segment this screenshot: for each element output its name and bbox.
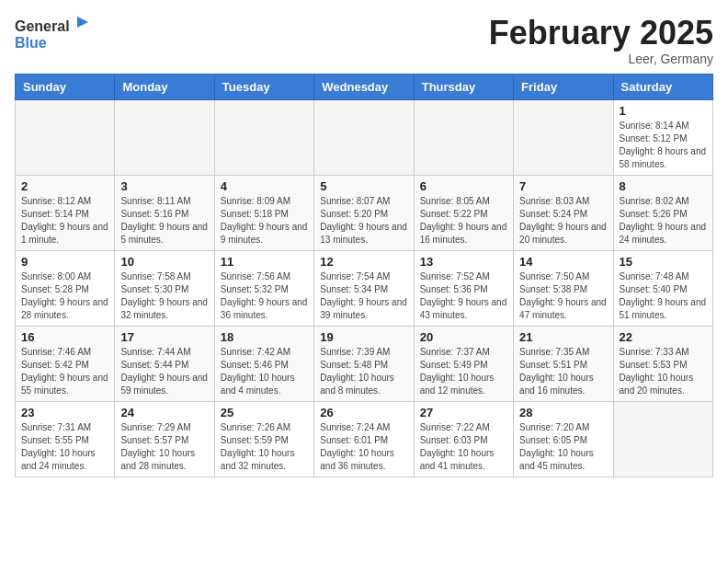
day-info: Sunrise: 7:44 AM Sunset: 5:44 PM Dayligh…: [120, 346, 208, 397]
day-number: 14: [519, 255, 607, 269]
day-info: Sunrise: 7:35 AM Sunset: 5:51 PM Dayligh…: [519, 346, 607, 397]
day-number: 17: [120, 330, 208, 344]
calendar-cell: 24Sunrise: 7:29 AM Sunset: 5:57 PM Dayli…: [115, 401, 214, 477]
calendar-table: SundayMondayTuesdayWednesdayThursdayFrid…: [15, 74, 713, 477]
calendar-cell: 9Sunrise: 8:00 AM Sunset: 5:28 PM Daylig…: [16, 250, 115, 326]
svg-text:General: General: [15, 18, 70, 34]
day-info: Sunrise: 8:07 AM Sunset: 5:20 PM Dayligh…: [320, 195, 407, 247]
day-number: 25: [221, 406, 308, 419]
day-number: 6: [420, 179, 507, 193]
calendar-cell: 25Sunrise: 7:26 AM Sunset: 5:59 PM Dayli…: [214, 401, 313, 477]
calendar-week-4: 16Sunrise: 7:46 AM Sunset: 5:42 PM Dayli…: [16, 326, 713, 401]
day-info: Sunrise: 7:33 AM Sunset: 5:53 PM Dayligh…: [620, 346, 707, 397]
calendar-cell: 17Sunrise: 7:44 AM Sunset: 5:44 PM Dayli…: [115, 326, 214, 401]
day-number: 12: [320, 255, 407, 269]
day-number: 15: [620, 255, 707, 269]
calendar-cell: 12Sunrise: 7:54 AM Sunset: 5:34 PM Dayli…: [314, 250, 414, 326]
day-number: 20: [420, 330, 507, 344]
calendar-cell: [115, 99, 214, 175]
month-title: February 2025: [489, 15, 713, 52]
calendar-cell: 18Sunrise: 7:42 AM Sunset: 5:46 PM Dayli…: [214, 326, 313, 401]
calendar-cell: 15Sunrise: 7:48 AM Sunset: 5:40 PM Dayli…: [613, 250, 712, 326]
day-number: 3: [120, 179, 208, 193]
calendar-cell: 28Sunrise: 7:20 AM Sunset: 6:05 PM Dayli…: [514, 401, 613, 477]
day-number: 23: [21, 406, 108, 419]
calendar-week-2: 2Sunrise: 8:12 AM Sunset: 5:14 PM Daylig…: [16, 175, 713, 250]
day-info: Sunrise: 7:24 AM Sunset: 6:01 PM Dayligh…: [320, 421, 407, 473]
logo: GeneralBlue: [15, 15, 88, 53]
day-info: Sunrise: 7:31 AM Sunset: 5:55 PM Dayligh…: [21, 421, 108, 473]
day-info: Sunrise: 7:29 AM Sunset: 5:57 PM Dayligh…: [120, 421, 208, 473]
day-number: 22: [620, 330, 707, 344]
day-number: 18: [221, 330, 308, 344]
day-number: 13: [420, 255, 507, 269]
day-info: Sunrise: 7:52 AM Sunset: 5:36 PM Dayligh…: [420, 270, 507, 322]
calendar-week-1: 1Sunrise: 8:14 AM Sunset: 5:12 PM Daylig…: [16, 99, 713, 175]
calendar-cell: [16, 99, 115, 175]
day-number: 19: [320, 330, 407, 344]
calendar-header-monday: Monday: [115, 74, 214, 99]
logo-svg: GeneralBlue: [15, 15, 88, 53]
day-number: 4: [221, 179, 308, 193]
day-info: Sunrise: 7:50 AM Sunset: 5:38 PM Dayligh…: [519, 270, 607, 322]
day-info: Sunrise: 7:22 AM Sunset: 6:03 PM Dayligh…: [420, 421, 507, 473]
calendar-cell: [514, 99, 613, 175]
calendar-cell: 6Sunrise: 8:05 AM Sunset: 5:22 PM Daylig…: [414, 175, 513, 250]
day-number: 28: [519, 406, 607, 419]
calendar-cell: 16Sunrise: 7:46 AM Sunset: 5:42 PM Dayli…: [16, 326, 115, 401]
day-number: 2: [21, 179, 108, 193]
calendar-cell: 19Sunrise: 7:39 AM Sunset: 5:48 PM Dayli…: [314, 326, 414, 401]
calendar-header-row: SundayMondayTuesdayWednesdayThursdayFrid…: [16, 74, 713, 99]
day-number: 21: [519, 330, 607, 344]
day-info: Sunrise: 8:02 AM Sunset: 5:26 PM Dayligh…: [620, 195, 707, 247]
day-info: Sunrise: 8:11 AM Sunset: 5:16 PM Dayligh…: [120, 195, 208, 247]
svg-text:Blue: Blue: [15, 35, 47, 51]
calendar-cell: 2Sunrise: 8:12 AM Sunset: 5:14 PM Daylig…: [16, 175, 115, 250]
day-number: 16: [21, 330, 108, 344]
day-info: Sunrise: 7:56 AM Sunset: 5:32 PM Dayligh…: [221, 270, 308, 322]
day-number: 8: [620, 179, 707, 193]
day-info: Sunrise: 7:39 AM Sunset: 5:48 PM Dayligh…: [320, 346, 407, 397]
calendar-cell: [414, 99, 513, 175]
calendar-header-wednesday: Wednesday: [314, 74, 414, 99]
day-info: Sunrise: 7:54 AM Sunset: 5:34 PM Dayligh…: [320, 270, 407, 322]
page-header: GeneralBlue February 2025 Leer, Germany: [15, 15, 713, 66]
calendar-cell: 5Sunrise: 8:07 AM Sunset: 5:20 PM Daylig…: [314, 175, 414, 250]
calendar-cell: 27Sunrise: 7:22 AM Sunset: 6:03 PM Dayli…: [414, 401, 513, 477]
calendar-header-friday: Friday: [514, 74, 613, 99]
calendar-cell: 21Sunrise: 7:35 AM Sunset: 5:51 PM Dayli…: [514, 326, 613, 401]
day-info: Sunrise: 7:42 AM Sunset: 5:46 PM Dayligh…: [221, 346, 308, 397]
calendar-week-3: 9Sunrise: 8:00 AM Sunset: 5:28 PM Daylig…: [16, 250, 713, 326]
day-number: 27: [420, 406, 507, 419]
day-number: 10: [120, 255, 208, 269]
day-info: Sunrise: 7:58 AM Sunset: 5:30 PM Dayligh…: [120, 270, 208, 322]
calendar-cell: 13Sunrise: 7:52 AM Sunset: 5:36 PM Dayli…: [414, 250, 513, 326]
day-number: 26: [320, 406, 407, 419]
day-info: Sunrise: 7:46 AM Sunset: 5:42 PM Dayligh…: [21, 346, 108, 397]
day-number: 11: [221, 255, 308, 269]
day-info: Sunrise: 8:00 AM Sunset: 5:28 PM Dayligh…: [21, 270, 108, 322]
svg-marker-2: [77, 17, 88, 28]
day-info: Sunrise: 7:48 AM Sunset: 5:40 PM Dayligh…: [620, 270, 707, 322]
calendar-cell: 11Sunrise: 7:56 AM Sunset: 5:32 PM Dayli…: [214, 250, 313, 326]
day-info: Sunrise: 8:14 AM Sunset: 5:12 PM Dayligh…: [620, 120, 707, 171]
day-number: 7: [519, 179, 607, 193]
calendar-header-tuesday: Tuesday: [214, 74, 313, 99]
day-info: Sunrise: 7:26 AM Sunset: 5:59 PM Dayligh…: [221, 421, 308, 473]
calendar-cell: 22Sunrise: 7:33 AM Sunset: 5:53 PM Dayli…: [613, 326, 712, 401]
day-info: Sunrise: 8:03 AM Sunset: 5:24 PM Dayligh…: [519, 195, 607, 247]
calendar-cell: 8Sunrise: 8:02 AM Sunset: 5:26 PM Daylig…: [613, 175, 712, 250]
calendar-week-5: 23Sunrise: 7:31 AM Sunset: 5:55 PM Dayli…: [16, 401, 713, 477]
day-number: 1: [620, 104, 707, 118]
calendar-cell: [214, 99, 313, 175]
day-number: 24: [120, 406, 208, 419]
day-info: Sunrise: 7:20 AM Sunset: 6:05 PM Dayligh…: [519, 421, 607, 473]
calendar-cell: 20Sunrise: 7:37 AM Sunset: 5:49 PM Dayli…: [414, 326, 513, 401]
calendar-cell: 7Sunrise: 8:03 AM Sunset: 5:24 PM Daylig…: [514, 175, 613, 250]
calendar-cell: [314, 99, 414, 175]
location: Leer, Germany: [489, 52, 713, 66]
title-block: February 2025 Leer, Germany: [489, 15, 713, 66]
calendar-cell: [613, 401, 712, 477]
day-info: Sunrise: 7:37 AM Sunset: 5:49 PM Dayligh…: [420, 346, 507, 397]
calendar-cell: 14Sunrise: 7:50 AM Sunset: 5:38 PM Dayli…: [514, 250, 613, 326]
